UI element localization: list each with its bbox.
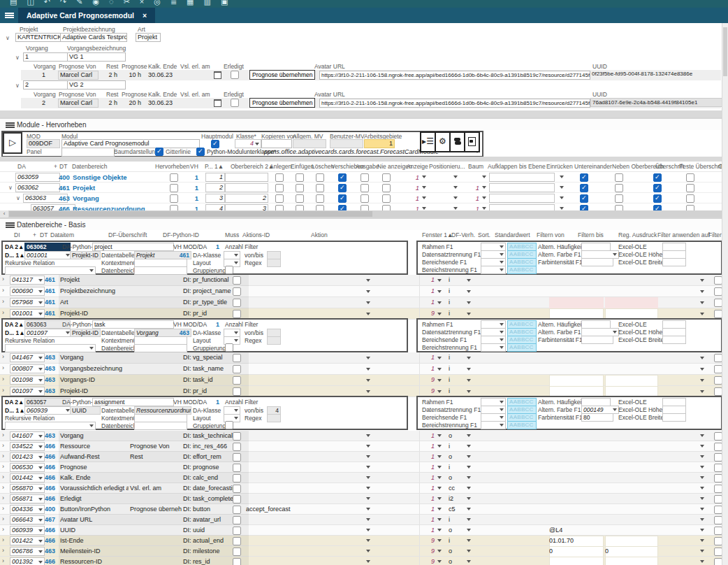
anzeige-dropdown[interactable]: 1: [405, 184, 419, 192]
expand-icon[interactable]: ›: [2, 452, 4, 459]
hdr-filtern-bis[interactable]: Filtern bis: [578, 231, 604, 238]
prognose-von-field[interactable]: Marcel Carl: [58, 99, 99, 108]
filtern-von-cell[interactable]: [549, 375, 604, 387]
df-verh-dropdown-arrow[interactable]: [465, 275, 472, 285]
filter-anwenden-dropdown[interactable]: [697, 352, 706, 363]
position-field[interactable]: 1: [205, 173, 225, 182]
record-icon[interactable]: ◉: [92, 0, 99, 6]
relation-dropdown[interactable]: [5, 422, 96, 430]
filtern-bis-cell[interactable]: [605, 536, 658, 547]
fenster-dropdown-arrow[interactable]: [436, 483, 443, 493]
verschieben-checkbox[interactable]: [338, 194, 347, 203]
muss-checkbox[interactable]: [233, 537, 241, 545]
filter-anwenden-dropdown[interactable]: [697, 462, 706, 472]
filtern-von-cell[interactable]: [549, 431, 604, 442]
farbintensitaet-field[interactable]: [581, 258, 613, 266]
dataitem-cell[interactable]: Meilenstein-ID: [59, 546, 129, 557]
datenbereich-link[interactable]: Vorgang: [73, 194, 99, 202]
bereichstrennung-dropdown[interactable]: [481, 421, 506, 429]
excel-ole-breite-field[interactable]: [662, 336, 686, 344]
hdr-sort[interactable]: Sort.: [478, 231, 490, 238]
df-verh-dropdown-arrow[interactable]: [465, 525, 472, 535]
datenbereich-field[interactable]: [134, 422, 187, 430]
filter-anwenden-dropdown[interactable]: [697, 452, 706, 462]
fenster-dropdown-arrow[interactable]: [436, 546, 443, 556]
python-icon[interactable]: [449, 131, 465, 152]
dataitem-cell[interactable]: Vorgangsbezeichnung: [59, 364, 129, 376]
edit-icon[interactable]: ✎: [76, 0, 82, 6]
filtern-bis-cell[interactable]: [605, 462, 658, 473]
fenster-dropdown[interactable]: 1: [419, 443, 435, 450]
di-input[interactable]: 004336: [10, 505, 45, 514]
filtern-bis-cell[interactable]: [605, 364, 658, 376]
dataitem-cell[interactable]: Vorgang: [59, 352, 129, 364]
hdr-einruecken[interactable]: Einrücken: [546, 163, 573, 170]
expand-icon[interactable]: ›: [2, 364, 4, 371]
datenbereich-field[interactable]: [134, 344, 187, 352]
calendar-icon[interactable]: [214, 99, 221, 107]
hdr-feste-ueberschrift[interactable]: Feste Überschrift: [679, 163, 725, 170]
uuid-value[interactable]: 0f23f5be-fd95-004f-8178-132474e8386e: [590, 70, 723, 78]
hdr-anzeige[interactable]: Anzeige: [407, 163, 428, 170]
df-ueberschrift-cell[interactable]: [129, 352, 182, 364]
ausgabe-checkbox[interactable]: [361, 194, 369, 203]
bereichstrennung-dropdown[interactable]: [481, 266, 506, 274]
hdr-reg-ausdruck[interactable]: Reg. Ausdruck: [618, 231, 657, 238]
aktion-dropdown[interactable]: [363, 525, 372, 535]
einruecken-dropdown[interactable]: [557, 172, 565, 182]
section-menu-icon[interactable]: [6, 222, 15, 229]
filtern-von-cell[interactable]: [549, 483, 604, 494]
aktion-dropdown[interactable]: [363, 375, 372, 385]
df-verh-dropdown[interactable]: i: [449, 365, 464, 372]
untereinander-checkbox[interactable]: [580, 194, 588, 203]
aktion-dropdown[interactable]: [363, 557, 372, 565]
df-verh-dropdown[interactable]: i: [449, 287, 464, 294]
filtern-bis-cell[interactable]: [605, 494, 658, 505]
filtern-bis-cell[interactable]: [605, 557, 658, 565]
muss-checkbox[interactable]: [233, 354, 241, 362]
scroll-thumb[interactable]: [723, 27, 727, 76]
tree-chevron-icon[interactable]: ∨: [8, 185, 13, 191]
muss-checkbox[interactable]: [233, 287, 241, 296]
di-input[interactable]: 001392: [10, 557, 45, 565]
aktion-dropdown[interactable]: [363, 431, 372, 441]
einfuegen-checkbox[interactable]: [296, 173, 304, 182]
fenster-dropdown-arrow[interactable]: [436, 386, 443, 396]
df-ueberschrift-cell[interactable]: [129, 525, 182, 536]
anzeige-dropdown-arrow[interactable]: [421, 193, 428, 203]
filter-anwenden-dropdown[interactable]: [697, 557, 706, 565]
df-verh-dropdown[interactable]: i: [449, 443, 464, 450]
filtern-von-cell[interactable]: 0: [549, 546, 604, 557]
position-field[interactable]: 2: [205, 183, 225, 192]
di-input[interactable]: 001097: [10, 387, 45, 396]
dataitem-cell[interactable]: Prognose: [59, 462, 129, 473]
df-verh-dropdown[interactable]: i: [449, 310, 464, 317]
filtern-von-cell[interactable]: [549, 557, 604, 565]
section-menu-icon[interactable]: [6, 122, 15, 129]
muss-checkbox[interactable]: [233, 548, 241, 556]
muss-checkbox[interactable]: [233, 387, 241, 396]
dataitem-cell[interactable]: Vorgangs-ID: [59, 375, 129, 387]
di-input[interactable]: 001442: [10, 473, 45, 482]
farbintensitaet-field[interactable]: 80: [581, 413, 613, 422]
filter-anwenden-dropdown[interactable]: [697, 286, 706, 296]
vorgangsbezeichnung-field[interactable]: VG 2: [67, 80, 126, 90]
fenster-dropdown[interactable]: 9: [419, 558, 435, 565]
datenbereich-link[interactable]: Sonstige Objekte: [73, 173, 127, 181]
muss-checkbox[interactable]: [233, 432, 241, 441]
df-verh-dropdown[interactable]: i: [449, 516, 464, 523]
anlegen-checkbox[interactable]: [275, 194, 284, 203]
di-dropdown[interactable]: 060939: [24, 406, 72, 415]
df-ueberschrift-cell[interactable]: Prognose Von: [129, 441, 182, 452]
df-ueberschrift-cell[interactable]: [129, 364, 182, 376]
fenster-dropdown-arrow[interactable]: [436, 525, 443, 535]
di-input[interactable]: 057968: [10, 298, 45, 307]
python-document-icon[interactable]: [464, 131, 480, 152]
df-ueberschrift-cell[interactable]: [129, 494, 182, 505]
hdr-muss[interactable]: Muss: [225, 231, 239, 238]
filtern-von-cell[interactable]: [549, 494, 604, 505]
fenster-dropdown[interactable]: 1: [419, 354, 435, 361]
filtern-bis-cell[interactable]: [605, 441, 658, 452]
df-ueberschrift-cell[interactable]: [129, 473, 182, 484]
di-input[interactable]: 034522: [10, 442, 45, 451]
